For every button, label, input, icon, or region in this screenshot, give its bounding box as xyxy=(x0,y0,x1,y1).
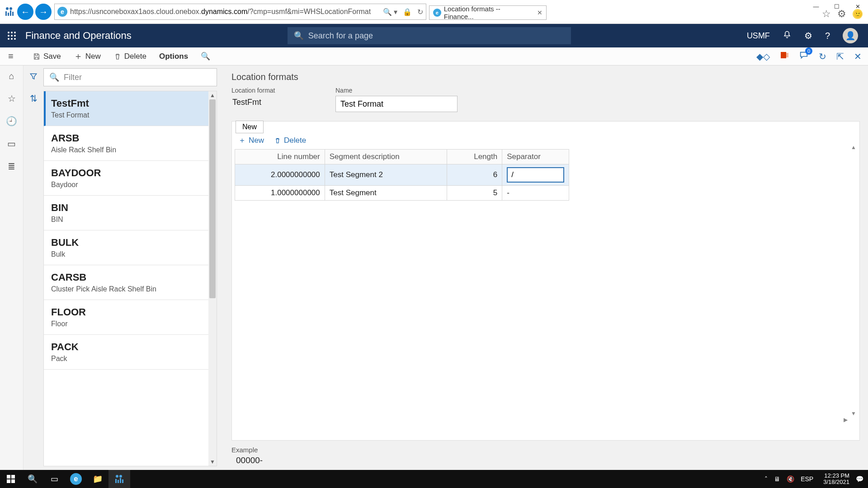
favorites-star-icon[interactable]: ☆ xyxy=(822,8,831,20)
grid-scroll-right-icon[interactable]: ▶ xyxy=(841,416,849,424)
global-search[interactable]: 🔍 Search for a page xyxy=(288,27,571,44)
close-page-icon[interactable]: ✕ xyxy=(854,51,862,62)
cell-length[interactable]: 6 xyxy=(447,164,502,186)
list-item-code: CARSB xyxy=(51,272,209,283)
settings-gear-icon[interactable]: ⚙ xyxy=(804,30,812,41)
address-bar[interactable]: e https://usnconeboxax1aos.cloud.onebox.… xyxy=(54,4,426,20)
grid-row[interactable]: 1.0000000000Test Segment5- xyxy=(235,186,569,201)
taskbar-ie-icon[interactable]: e xyxy=(65,470,87,488)
tab-close-icon[interactable]: ✕ xyxy=(537,9,542,16)
save-button[interactable]: Save xyxy=(26,47,67,65)
action-center-icon[interactable]: 💬 xyxy=(856,475,863,483)
grid-v-scrollbar[interactable]: ▲ ▼ xyxy=(849,143,858,418)
scroll-up-icon[interactable]: ▲ xyxy=(208,91,217,99)
scroll-down-icon[interactable]: ▼ xyxy=(208,458,217,466)
list-item[interactable]: CARSBCluster Pick Aisle Rack Shelf Bin xyxy=(44,265,217,300)
rail-modules-icon[interactable]: ≣ xyxy=(8,161,15,172)
ssl-lock-icon[interactable]: 🔒 xyxy=(403,8,412,16)
refresh-icon[interactable]: ↻ xyxy=(417,8,423,16)
svg-rect-21 xyxy=(120,478,121,483)
user-avatar[interactable]: 👤 xyxy=(843,28,858,43)
cell-line-number[interactable]: 2.0000000000 xyxy=(235,164,325,186)
list-item[interactable]: BULKBulk xyxy=(44,230,217,265)
grid-scroll-down-icon[interactable]: ▼ xyxy=(849,409,858,418)
grid-delete-button[interactable]: Delete xyxy=(274,136,306,145)
tray-network-icon[interactable]: 🖥 xyxy=(774,475,780,483)
form-pane: Location formats Location format TestFmt… xyxy=(222,66,868,470)
feedback-smiley-icon[interactable]: 🙂 xyxy=(853,9,863,19)
list-item[interactable]: ARSBAisle Rack Shelf Bin xyxy=(44,126,217,161)
cell-line-number[interactable]: 1.0000000000 xyxy=(235,186,325,201)
svg-point-17 xyxy=(116,475,118,478)
list-item-desc: Baydoor xyxy=(51,181,209,189)
name-input[interactable] xyxy=(335,96,458,112)
rail-favorites-icon[interactable]: ☆ xyxy=(8,93,16,104)
app-launcher-waffle-icon[interactable] xyxy=(0,24,24,47)
tray-language[interactable]: ESP xyxy=(801,475,813,483)
col-line-number[interactable]: Line number xyxy=(235,150,325,164)
browser-forward-button[interactable]: → xyxy=(35,4,52,20)
grid-row[interactable]: 2.0000000000Test Segment 26 xyxy=(235,164,569,186)
col-segment-description[interactable]: Segment description xyxy=(325,150,447,164)
tray-clock[interactable]: 12:23 PM 3/18/2021 xyxy=(823,473,849,486)
svg-point-14 xyxy=(14,38,16,40)
grid-new-button[interactable]: ＋New xyxy=(238,135,264,145)
delete-button[interactable]: Delete xyxy=(107,47,153,65)
svg-rect-4 xyxy=(10,10,11,16)
grid-scroll-up-icon[interactable]: ▲ xyxy=(849,143,858,151)
list-scrollbar[interactable]: ▲ ▼ xyxy=(208,91,217,466)
list-sort-icon[interactable]: ⇅ xyxy=(30,93,38,104)
plus-icon: ＋ xyxy=(238,135,246,145)
list-filter-input[interactable]: 🔍 Filter xyxy=(43,68,217,86)
cell-length[interactable]: 5 xyxy=(447,186,502,201)
rail-recent-icon[interactable]: 🕘 xyxy=(6,116,17,127)
start-button[interactable] xyxy=(0,470,22,488)
rail-workspaces-icon[interactable]: ▭ xyxy=(7,138,16,149)
taskbar-app-icon[interactable] xyxy=(108,470,130,488)
cell-separator[interactable]: - xyxy=(502,186,569,201)
main-content: ⇅ 🔍 Filter TestFmtTest FormatARSBAisle R… xyxy=(24,66,868,470)
cell-segment-description[interactable]: Test Segment xyxy=(325,186,447,201)
messages-icon[interactable]: 0 xyxy=(799,50,809,62)
taskbar-explorer-icon[interactable]: 📁 xyxy=(87,470,108,488)
separator-input[interactable] xyxy=(507,167,564,183)
svg-point-6 xyxy=(8,32,9,33)
tray-chevron-icon[interactable]: ˄ xyxy=(764,475,768,483)
list-filter-funnel-icon[interactable] xyxy=(29,72,38,83)
cell-separator[interactable] xyxy=(502,164,569,186)
options-button[interactable]: Options xyxy=(153,47,194,65)
attachments-icon[interactable]: ◆◇ xyxy=(756,51,770,62)
tray-volume-icon[interactable]: 🔇 xyxy=(787,475,794,483)
new-button[interactable]: ＋ New xyxy=(67,47,107,65)
action-search-icon[interactable]: 🔍 xyxy=(194,47,217,65)
list-item-code: ARSB xyxy=(51,132,209,144)
list-item[interactable]: BAYDOORBaydoor xyxy=(44,161,217,196)
help-icon[interactable]: ? xyxy=(825,31,830,41)
refresh-page-icon[interactable]: ↻ xyxy=(819,51,826,62)
col-length[interactable]: Length xyxy=(447,150,502,164)
search-dropdown-icon[interactable]: 🔍 ▾ xyxy=(383,8,397,16)
task-view-icon[interactable]: ▭ xyxy=(43,470,65,488)
scroll-thumb[interactable] xyxy=(209,99,216,298)
office-addin-icon[interactable] xyxy=(780,51,789,62)
grid-h-scrollbar[interactable]: ▶ xyxy=(235,416,849,424)
example-value: 00000- xyxy=(231,455,860,465)
nav-hamburger-icon[interactable]: ≡ xyxy=(8,51,14,61)
notifications-bell-icon[interactable] xyxy=(783,30,792,42)
rail-home-icon[interactable]: ⌂ xyxy=(9,71,14,81)
browser-tab[interactable]: e Location formats -- Finance... ✕ xyxy=(429,5,547,20)
browser-settings-gear-icon[interactable]: ⚙ xyxy=(837,8,846,20)
browser-back-button[interactable]: ← xyxy=(17,4,33,20)
col-separator[interactable]: Separator xyxy=(502,150,569,164)
company-picker[interactable]: USMF xyxy=(747,31,770,41)
list-item[interactable]: FLOORFloor xyxy=(44,300,217,335)
list-item-desc: Test Format xyxy=(51,111,209,119)
location-format-value[interactable]: TestFmt xyxy=(231,96,322,109)
list-item[interactable]: PACKPack xyxy=(44,335,217,370)
list-item[interactable]: BINBIN xyxy=(44,196,217,230)
cell-segment-description[interactable]: Test Segment 2 xyxy=(325,164,447,186)
list-item[interactable]: TestFmtTest Format xyxy=(44,91,217,126)
details-new-tab[interactable]: New xyxy=(236,121,264,133)
popout-icon[interactable]: ⇱ xyxy=(836,51,844,62)
taskbar-search-icon[interactable]: 🔍 xyxy=(22,470,43,488)
